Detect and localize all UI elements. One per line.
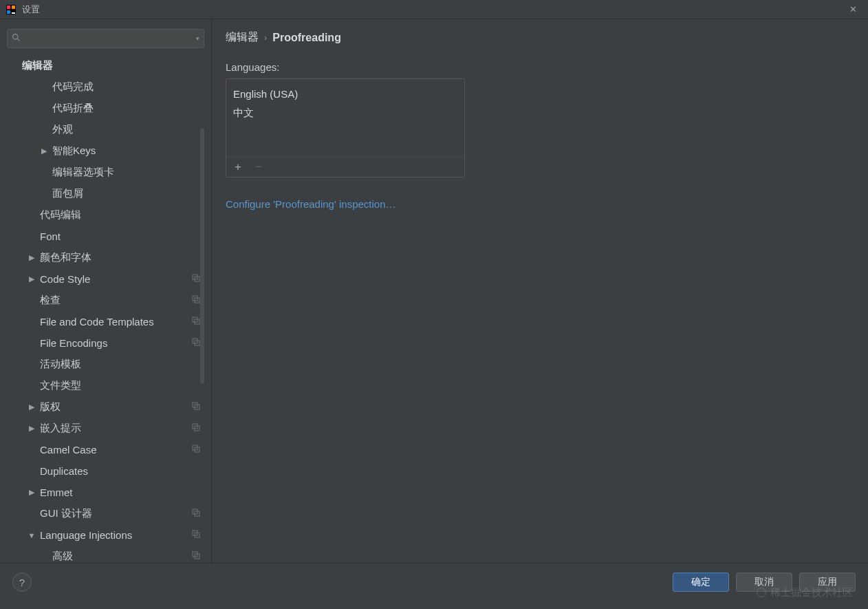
tree-item[interactable]: 面包屑: [7, 183, 204, 204]
close-icon[interactable]: ✕: [844, 3, 862, 16]
language-item[interactable]: 中文: [233, 103, 457, 123]
tree-item-label: File Encodings: [40, 337, 192, 349]
content-panel: 编辑器 › Proofreading Languages: English (U…: [212, 19, 868, 563]
svg-rect-3: [7, 10, 10, 14]
tree-item-label: Code Style: [40, 273, 192, 285]
tree-item-label: File and Code Templates: [40, 316, 192, 328]
search-input[interactable]: [23, 34, 196, 44]
tree-item-label: 活动模板: [40, 358, 204, 371]
tree-item[interactable]: ▶智能Keys: [7, 140, 204, 162]
tree-item[interactable]: 高级: [7, 546, 204, 563]
languages-list[interactable]: English (USA)中文: [226, 79, 464, 156]
tree-item-label: 检查: [40, 294, 192, 307]
app-icon: [6, 4, 17, 15]
svg-point-5: [13, 34, 18, 39]
chevron-right-icon: ▶: [28, 275, 36, 284]
search-box[interactable]: ▾: [7, 29, 204, 48]
tree-item[interactable]: 代码折叠: [7, 98, 204, 119]
tree-item-label: 编辑器选项卡: [52, 166, 204, 179]
tree-item[interactable]: ▶版权: [7, 396, 204, 418]
tree-item[interactable]: Camel Case: [7, 439, 204, 460]
tree-item-label: Emmet: [40, 487, 204, 498]
tree-item-label: 代码折叠: [52, 102, 204, 115]
chevron-right-icon: ▶: [40, 147, 48, 156]
breadcrumb-separator: ›: [264, 32, 267, 43]
tree-item[interactable]: 编辑器选项卡: [7, 162, 204, 183]
tree-item[interactable]: ▶Code Style: [7, 268, 204, 290]
tree-item-label: Font: [40, 231, 204, 242]
project-scope-icon: [192, 423, 204, 434]
tree-item-label: 文件类型: [40, 379, 204, 392]
project-scope-icon: [192, 402, 204, 412]
project-scope-icon: [192, 445, 204, 455]
tree-item[interactable]: ▶嵌入提示: [7, 418, 204, 439]
remove-language-button[interactable]: −: [252, 161, 265, 173]
languages-panel: English (USA)中文 + −: [226, 78, 465, 178]
scrollbar[interactable]: [200, 128, 204, 384]
tree-item-label: 嵌入提示: [40, 422, 192, 435]
tree-item-label: Camel Case: [40, 444, 192, 456]
tree-item[interactable]: 代码编辑: [7, 204, 204, 226]
tree-item[interactable]: Font: [7, 226, 204, 247]
tree-item-label: 版权: [40, 400, 192, 414]
chevron-right-icon: ▶: [28, 488, 36, 497]
tree-root-editor[interactable]: 编辑器: [7, 55, 204, 76]
breadcrumb: 编辑器 › Proofreading: [226, 30, 854, 45]
tree-item[interactable]: 代码完成: [7, 76, 204, 98]
tree-item[interactable]: ▶Emmet: [7, 482, 204, 503]
cancel-button[interactable]: 取消: [736, 573, 792, 592]
project-scope-icon: [192, 551, 204, 562]
chevron-right-icon: ▶: [28, 253, 36, 262]
help-button[interactable]: ?: [12, 573, 32, 592]
project-scope-icon: [192, 530, 204, 540]
titlebar: 设置 ✕: [0, 0, 868, 19]
tree-item[interactable]: File and Code Templates: [7, 311, 204, 332]
tree-item-label: 外观: [52, 123, 204, 136]
language-item[interactable]: English (USA): [233, 85, 457, 103]
sidebar: ▾ 编辑器 代码完成代码折叠外观▶智能Keys编辑器选项卡面包屑代码编辑Font…: [0, 19, 212, 563]
tree-item-label: 面包屑: [52, 187, 204, 200]
svg-line-6: [17, 39, 19, 41]
tree-item[interactable]: 外观: [7, 119, 204, 140]
breadcrumb-parent[interactable]: 编辑器: [226, 30, 259, 45]
tree-item[interactable]: Duplicates: [7, 460, 204, 482]
tree-item[interactable]: File Encodings: [7, 332, 204, 354]
languages-toolbar: + −: [226, 156, 464, 177]
ok-button[interactable]: 确定: [673, 573, 729, 592]
tree-item[interactable]: 文件类型: [7, 375, 204, 396]
window-title: 设置: [22, 3, 844, 16]
chevron-right-icon: ▶: [28, 403, 36, 412]
tree-item-label: 颜色和字体: [40, 251, 204, 264]
add-language-button[interactable]: +: [232, 161, 244, 173]
footer: ? 确定 取消 应用 稀土掘金技术社区: [0, 563, 868, 601]
tree-item-label: Language Injections: [40, 529, 192, 541]
tree-item-label: Duplicates: [40, 465, 204, 477]
tree-item[interactable]: 检查: [7, 290, 204, 311]
apply-button[interactable]: 应用: [799, 573, 856, 592]
tree-item[interactable]: ▶颜色和字体: [7, 247, 204, 268]
tree-item-label: 代码编辑: [40, 209, 204, 222]
configure-proofreading-link[interactable]: Configure 'Proofreading' inspection…: [226, 198, 396, 210]
chevron-down-icon: ▾: [196, 35, 199, 42]
svg-rect-4: [12, 12, 15, 14]
main-area: ▾ 编辑器 代码完成代码折叠外观▶智能Keys编辑器选项卡面包屑代码编辑Font…: [0, 19, 868, 563]
tree-item-label: 代码完成: [52, 81, 204, 94]
tree-item[interactable]: GUI 设计器: [7, 503, 204, 524]
tree-item[interactable]: ▼Language Injections: [7, 524, 204, 546]
languages-label: Languages:: [226, 61, 854, 73]
project-scope-icon: [192, 509, 204, 519]
tree-item-label: GUI 设计器: [40, 507, 192, 520]
settings-tree: 编辑器 代码完成代码折叠外观▶智能Keys编辑器选项卡面包屑代码编辑Font▶颜…: [7, 55, 204, 563]
chevron-down-icon: ▼: [28, 531, 36, 539]
tree-item-label: 高级: [52, 550, 192, 563]
search-icon: [12, 33, 21, 44]
chevron-right-icon: ▶: [28, 424, 36, 433]
tree-item-label: 智能Keys: [52, 145, 204, 158]
svg-rect-1: [7, 6, 10, 9]
svg-rect-2: [12, 6, 15, 9]
tree-item[interactable]: 活动模板: [7, 354, 204, 375]
breadcrumb-current: Proofreading: [272, 32, 341, 44]
